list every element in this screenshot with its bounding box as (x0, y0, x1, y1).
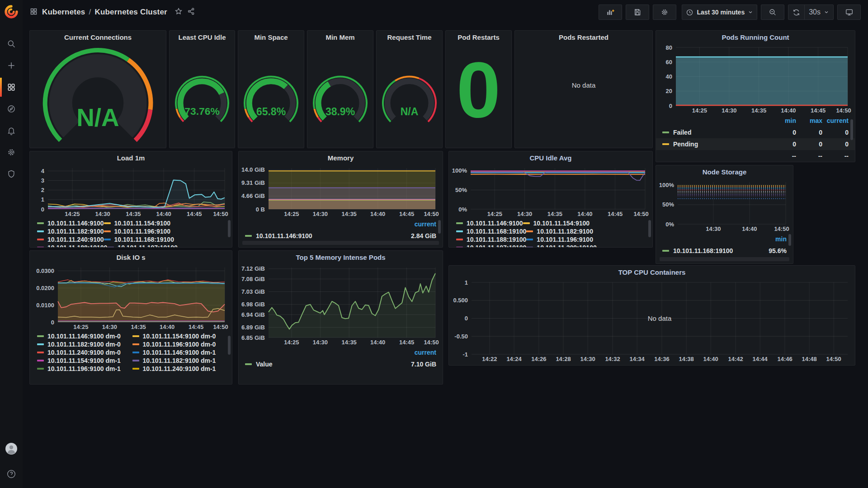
panel-title[interactable]: Pod Restarts (446, 31, 511, 44)
legend-item[interactable]: 10.101.11.154:9100 dm-0 (132, 332, 228, 340)
legend-horizontal-scrollbar[interactable] (242, 241, 439, 245)
legend-item[interactable]: 10.101.11.168:19100 (104, 235, 174, 244)
legend-row[interactable]: 10.101.11.146:91002.84 GiB (239, 230, 443, 242)
sidebar-item-create[interactable] (0, 58, 23, 73)
legend-item[interactable]: 10.101.11.196:9100 dm-0 (132, 340, 228, 348)
panel-title[interactable]: TOP CPU Containers (449, 266, 855, 279)
legend-item[interactable]: 10.101.11.154:9100 dm-1 (37, 357, 132, 365)
legend-item[interactable]: 10.101.11.168:19100 (456, 227, 526, 235)
sidebar-item-search[interactable] (0, 36, 23, 52)
pods-running-count-chart[interactable]: 02040608014:2514:3014:3514:4014:4514:50 (658, 44, 853, 115)
legend-row[interactable]: Value7.10 GiB (239, 358, 443, 370)
legend-item[interactable]: 10.101.11.240:9100 dm-1 (132, 365, 228, 373)
legend-header[interactable]: min (758, 235, 787, 243)
min-space-gauge[interactable]: 65.8% (238, 44, 304, 145)
sidebar-item-profile[interactable] (0, 441, 23, 456)
memory-chart[interactable]: 0 B4.66 GiB9.31 GiB14.0 GiB14:2514:3014:… (241, 165, 441, 218)
load-1m-legend[interactable]: 10.101.11.146:910010.101.11.154:910010.1… (30, 218, 232, 248)
legend-item[interactable]: 10.101.11.209:19100 (526, 244, 596, 248)
sidebar-item-alerting[interactable] (0, 123, 23, 138)
legend-item[interactable]: 10.101.11.196:9100 (104, 227, 171, 235)
node-storage-legend[interactable]: min10.101.11.168:1910095.6% (656, 233, 793, 257)
legend-scrollbar[interactable] (788, 234, 791, 246)
legend-item[interactable]: 10.101.11.197:19100 (107, 244, 177, 248)
panel-title[interactable]: Least CPU Idle (170, 31, 235, 44)
memory-legend[interactable]: current10.101.11.146:91002.84 GiB (239, 218, 443, 242)
legend-item[interactable]: 10.101.11.146:9100 dm-1 (132, 348, 228, 357)
legend-item[interactable]: 10.101.11.146:9100 dm-0 (37, 332, 132, 340)
legend-item[interactable]: 10.101.11.196:9100 dm-1 (37, 365, 132, 373)
panel-title[interactable]: Request Time (377, 31, 442, 44)
legend-row[interactable]: Failed000 (656, 127, 855, 138)
legend-item[interactable]: 10.101.11.154:9100 (523, 219, 590, 227)
top-cpu-containers-chart[interactable]: 10.5000-0.50-114:2214:2414:2614:2814:301… (451, 279, 853, 363)
disk-io-chart[interactable]: 00.01000.02000.030014:2514:3014:3514:401… (32, 264, 230, 331)
legend-header[interactable]: max (796, 117, 822, 124)
sidebar-item-dashboards[interactable] (0, 80, 23, 95)
breadcrumb-folder[interactable]: Kubernetes (42, 8, 85, 17)
sidebar-item-server-admin[interactable] (0, 166, 23, 182)
panel-title[interactable]: Pods Running Count (656, 31, 855, 44)
least-cpu-idle-gauge[interactable]: 73.76% (170, 44, 235, 145)
legend-item[interactable]: 10.101.11.188:19100 (456, 235, 526, 244)
legend-item[interactable]: 10.101.11.146:9100 (37, 219, 104, 227)
legend-item[interactable]: 10.101.11.154:9100 (104, 219, 171, 227)
cpu-idle-avg-legend[interactable]: 10.101.11.146:910010.101.11.154:910010.1… (449, 218, 652, 248)
zoom-out-button[interactable] (761, 5, 784, 20)
panel-title[interactable]: Memory (239, 151, 443, 165)
legend-header[interactable]: min (770, 117, 796, 124)
disk-io-legend[interactable]: 10.101.11.146:9100 dm-010.101.11.154:910… (30, 331, 232, 373)
legend-item[interactable]: 10.101.11.182:9100 (37, 227, 104, 235)
min-mem-gauge[interactable]: 38.9% (307, 44, 373, 145)
legend-item[interactable]: 10.101.11.240:9100 (37, 235, 104, 244)
panel-title[interactable]: Current Connections (30, 31, 166, 44)
cycle-view-mode-button[interactable] (837, 5, 861, 20)
grafana-logo[interactable] (0, 0, 23, 23)
legend-scrollbar[interactable] (228, 336, 231, 355)
legend-item[interactable]: 10.101.11.182:9100 dm-1 (132, 357, 228, 365)
legend-row[interactable]: 10.101.11.168:1910095.6% (656, 245, 793, 257)
legend-row[interactable]: ------ (656, 150, 855, 162)
legend-item[interactable]: 10.101.11.182:9100 (526, 227, 593, 235)
sidebar-item-help[interactable] (0, 466, 23, 482)
top5-memory-chart[interactable]: 6.85 GiB6.89 GiB6.94 GiB6.98 GiB7.03 GiB… (241, 264, 441, 347)
panel-title[interactable]: Load 1m (30, 151, 232, 165)
time-range-picker[interactable]: Last 30 minutes (682, 5, 757, 20)
panel-title[interactable]: CPU Idle Avg (449, 151, 652, 165)
cpu-idle-avg-chart[interactable]: 0%50%100%14:2514:3014:3514:4014:4514:50 (451, 165, 651, 218)
legend-item[interactable]: 10.101.11.196:9100 (526, 235, 593, 244)
legend-scrollbar[interactable] (228, 220, 231, 237)
breadcrumb-dashboard[interactable]: Kubernetes Cluster (94, 8, 167, 17)
panel-title[interactable]: Top 5 Memory Intense Pods (239, 251, 443, 264)
panel-title[interactable]: Min Mem (307, 31, 373, 44)
star-button[interactable] (175, 7, 183, 17)
legend-row[interactable]: Pending000 (656, 138, 855, 150)
node-storage-chart[interactable]: 0%50%100%14:3014:4014:50 (658, 179, 791, 233)
legend-horizontal-scrollbar[interactable] (660, 257, 789, 261)
legend-item[interactable]: 10.101.11.188:19100 (37, 244, 107, 248)
current-connections-gauge[interactable]: N/A (30, 44, 166, 145)
sidebar-item-configuration[interactable] (0, 145, 23, 160)
legend-item[interactable]: 10.101.11.240:9100 dm-0 (37, 348, 132, 357)
sidebar-item-explore[interactable] (0, 101, 23, 117)
legend-item[interactable]: 10.101.11.182:9100 dm-0 (37, 340, 132, 348)
dashboard-settings-button[interactable] (653, 5, 676, 20)
legend-item[interactable]: 10.101.11.197:19100 (456, 244, 526, 248)
pods-running-count-legend[interactable]: minmaxcurrentFailed000Pending000------ (656, 115, 855, 162)
refresh-button[interactable] (788, 5, 804, 19)
panel-title[interactable]: Disk IO s (30, 251, 232, 264)
share-button[interactable] (187, 7, 195, 17)
legend-scrollbar[interactable] (438, 220, 441, 234)
legend-scrollbar[interactable] (850, 119, 853, 140)
panel-title[interactable]: Pods Restarted (515, 31, 652, 44)
legend-scrollbar[interactable] (648, 220, 651, 237)
save-dashboard-button[interactable] (626, 5, 649, 20)
legend-header[interactable]: current (822, 117, 849, 124)
panel-title[interactable]: Node Storage (656, 165, 793, 179)
legend-item[interactable]: 10.101.11.146:9100 (456, 219, 523, 227)
request-time-gauge[interactable]: N/A (377, 44, 442, 145)
legend-header[interactable]: current (401, 349, 436, 356)
panel-title[interactable]: Min Space (238, 31, 304, 44)
legend-header[interactable]: current (401, 221, 436, 228)
load-1m-chart[interactable]: 0123414:2514:3014:3514:4014:4514:50 (32, 165, 230, 218)
